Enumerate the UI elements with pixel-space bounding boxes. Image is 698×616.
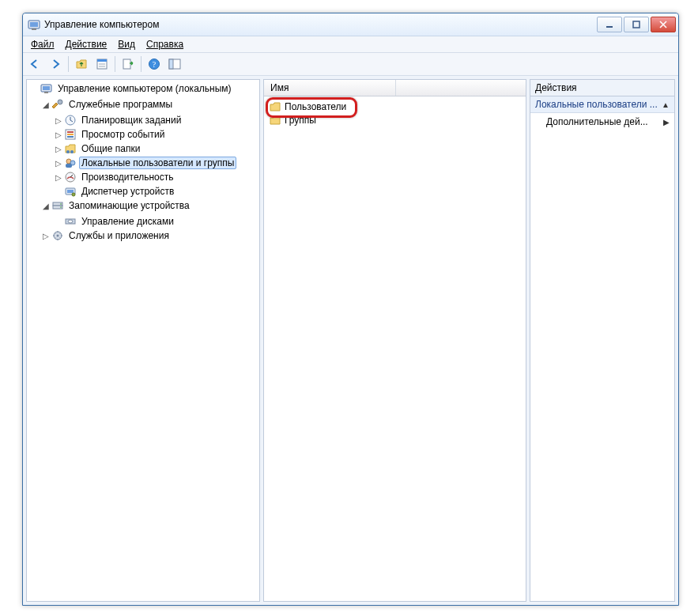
performance-icon	[64, 171, 77, 183]
list-item-groups[interactable]: Группы	[264, 113, 526, 127]
minimize-button[interactable]	[597, 17, 622, 32]
show-hide-console-button[interactable]	[165, 55, 184, 74]
tree-node-storage[interactable]: ◢ Запоминающие устройства	[27, 198, 259, 213]
expander-icon[interactable]: ▷	[41, 232, 51, 240]
svg-rect-18	[44, 92, 48, 93]
tree-root-list: Управление компьютером (локальным) ◢ Слу…	[27, 81, 259, 243]
users-groups-icon	[64, 157, 77, 169]
tree-label: Управление дисками	[79, 215, 176, 228]
menu-action[interactable]: Действие	[61, 38, 112, 51]
tree-node-event-viewer[interactable]: ▷ Просмотр событий	[27, 127, 259, 142]
tree-node-services-apps[interactable]: ▷ Службы и приложения	[27, 229, 259, 243]
tree-panel: Управление компьютером (локальным) ◢ Слу…	[26, 79, 260, 602]
tree-label: Локальные пользователи и группы	[79, 157, 236, 169]
actions-section[interactable]: Локальные пользователи ... ▲	[530, 96, 674, 113]
tree-node-local-users-groups[interactable]: ▷ Локальные пользователи и группы	[27, 156, 259, 170]
console-tree-icon	[168, 58, 181, 70]
properties-icon	[96, 58, 108, 70]
list-item-users[interactable]: Пользователи	[264, 100, 526, 113]
svg-point-40	[68, 220, 73, 223]
app-icon	[28, 18, 40, 31]
maximize-button[interactable]	[624, 17, 649, 32]
svg-rect-17	[43, 86, 50, 90]
actions-panel: Действия Локальные пользователи ... ▲ До…	[530, 79, 675, 602]
tree-node-root[interactable]: Управление компьютером (локальным)	[27, 81, 259, 96]
actions-header: Действия	[530, 80, 674, 96]
toolbar-separator	[141, 56, 141, 72]
toolbar-separator	[115, 56, 115, 72]
storage-icon	[51, 199, 64, 212]
tree-label: Производительность	[79, 171, 175, 183]
tree-node-task-scheduler[interactable]: ▷ Планировщик заданий	[27, 113, 259, 127]
event-viewer-icon	[64, 128, 77, 141]
window-title: Управление компьютером	[44, 19, 597, 30]
svg-rect-23	[67, 134, 74, 135]
tree-node-shared-folders[interactable]: ▷ Общие папки	[27, 142, 259, 156]
expander-icon[interactable]: ▷	[54, 116, 63, 125]
forward-button[interactable]	[46, 55, 65, 74]
svg-rect-29	[66, 164, 72, 168]
svg-point-19	[58, 100, 62, 104]
svg-point-26	[70, 150, 74, 153]
list-item-label: Пользователи	[285, 101, 346, 112]
close-button[interactable]	[651, 17, 676, 32]
menu-view[interactable]: Вид	[113, 38, 140, 51]
svg-rect-2	[32, 28, 36, 30]
window: Управление компьютером Файл Действие Вид…	[22, 13, 679, 606]
toolbar-separator	[68, 56, 69, 72]
up-folder-button[interactable]	[72, 55, 91, 74]
folder-icon	[269, 114, 281, 127]
svg-rect-3	[606, 26, 613, 28]
minimize-icon	[606, 21, 613, 28]
svg-rect-11	[123, 59, 130, 69]
window-buttons	[597, 17, 676, 32]
tree-node-disk-management[interactable]: Управление дисками	[27, 214, 259, 229]
svg-point-42	[57, 235, 59, 237]
list-panel: Имя Пользователи Группы	[263, 79, 526, 602]
svg-text:?: ?	[153, 60, 157, 69]
close-icon	[659, 21, 667, 28]
help-button[interactable]: ?	[145, 55, 164, 74]
export-list-button[interactable]	[119, 55, 138, 74]
tree-node-device-manager[interactable]: Диспетчер устройств	[27, 184, 259, 198]
expander-icon[interactable]: ▷	[54, 173, 63, 182]
menu-help[interactable]: Справка	[141, 38, 188, 51]
expander-icon[interactable]: ◢	[41, 202, 51, 210]
arrow-right-icon	[49, 58, 62, 70]
export-list-icon	[122, 58, 134, 70]
tree-label: Диспетчер устройств	[79, 185, 176, 198]
column-header-name[interactable]: Имя	[264, 80, 396, 96]
tree-node-utilities[interactable]: ◢ Служебные программы	[27, 97, 259, 111]
tools-icon	[51, 98, 64, 111]
properties-button[interactable]	[92, 55, 111, 74]
expander-icon[interactable]: ◢	[41, 100, 51, 109]
svg-rect-22	[67, 131, 74, 133]
expander-icon[interactable]: ▷	[54, 130, 63, 139]
titlebar[interactable]: Управление компьютером	[23, 13, 678, 36]
menubar: Файл Действие Вид Справка	[23, 36, 678, 53]
tree-label: Просмотр событий	[79, 128, 167, 141]
svg-rect-1	[30, 22, 38, 27]
svg-point-37	[60, 203, 62, 205]
main-area: Управление компьютером (локальным) ◢ Слу…	[23, 76, 678, 605]
tree-label: Службы и приложения	[66, 229, 172, 242]
maximize-icon	[632, 21, 640, 28]
actions-more[interactable]: Дополнительные дей... ▶	[530, 113, 674, 130]
svg-point-38	[60, 206, 62, 208]
svg-rect-33	[67, 190, 74, 193]
expander-icon[interactable]: ▷	[54, 145, 63, 153]
tree-label: Служебные программы	[66, 98, 175, 111]
folder-up-icon	[75, 58, 88, 70]
tree-node-performance[interactable]: ▷ Производительность	[27, 170, 259, 184]
svg-point-34	[72, 193, 75, 196]
shared-folder-icon	[64, 142, 77, 155]
back-button[interactable]	[25, 55, 44, 74]
help-icon: ?	[148, 58, 160, 70]
menu-file[interactable]: Файл	[26, 38, 59, 51]
tree-label: Управление компьютером (локальным)	[55, 82, 234, 95]
list-header: Имя	[264, 80, 526, 96]
computer-icon	[40, 82, 53, 95]
tree-label: Запоминающие устройства	[66, 199, 192, 212]
chevron-right-icon: ▶	[663, 118, 670, 127]
expander-icon[interactable]: ▷	[54, 159, 63, 168]
